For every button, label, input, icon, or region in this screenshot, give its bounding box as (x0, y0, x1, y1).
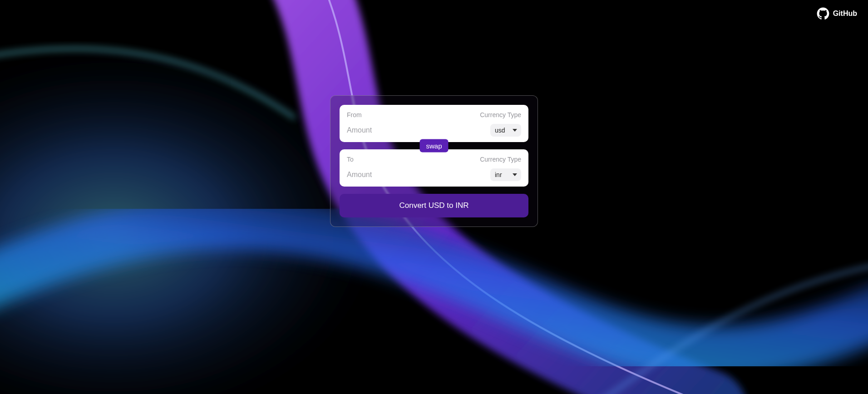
github-link[interactable]: GitHub (817, 7, 857, 20)
from-amount-input[interactable] (347, 126, 451, 134)
swap-button[interactable]: swap (419, 139, 448, 153)
swap-area: swap (340, 142, 528, 149)
to-currency-select[interactable]: inr (490, 168, 521, 181)
github-icon (817, 7, 829, 20)
from-panel: From Currency Type usd (340, 105, 528, 142)
to-currency-type-label: Currency Type (480, 156, 521, 163)
from-currency-type-label: Currency Type (480, 111, 521, 118)
convert-button[interactable]: Convert USD to INR (340, 194, 528, 217)
to-label: To (347, 156, 354, 163)
github-label: GitHub (833, 10, 857, 18)
from-label: From (347, 111, 362, 118)
to-amount-input[interactable] (347, 171, 451, 179)
converter-card: From Currency Type usd swap To Currency … (330, 95, 538, 227)
from-currency-select[interactable]: usd (490, 124, 521, 137)
to-panel: To Currency Type inr (340, 149, 528, 187)
